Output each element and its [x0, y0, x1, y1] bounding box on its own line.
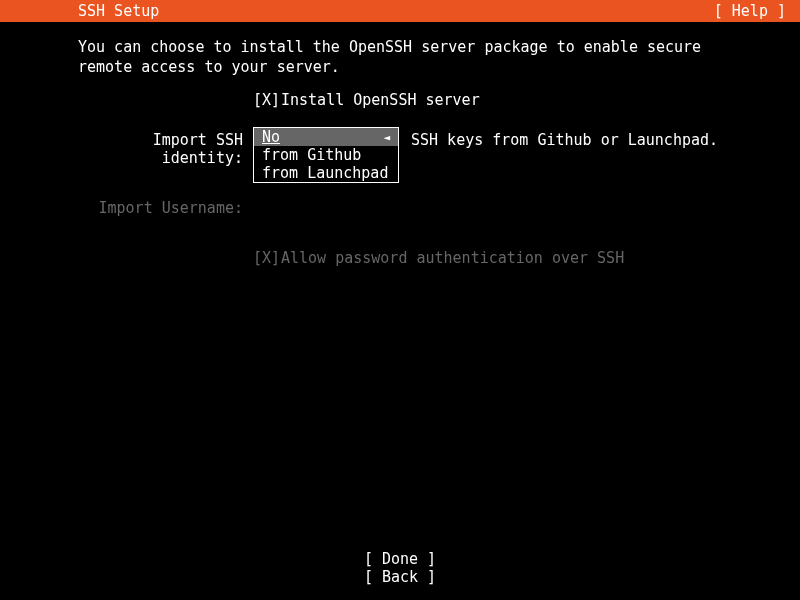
description-text: You can choose to install the OpenSSH se…: [78, 38, 722, 77]
dropdown-arrow-icon: ◄: [383, 131, 390, 144]
install-openssh-label: Install OpenSSH server: [281, 91, 480, 109]
help-button[interactable]: [ Help ]: [714, 2, 786, 20]
allow-password-row: [X] Allow password authentication over S…: [78, 249, 722, 267]
page-title: SSH Setup: [78, 2, 159, 20]
import-identity-hint: SSH keys from Github or Launchpad.: [411, 131, 718, 149]
dropdown-menu: No ◄ from Github from Launchpad: [253, 127, 399, 183]
install-openssh-row: [X] Install OpenSSH server: [78, 91, 722, 109]
done-button[interactable]: [ Done ]: [0, 550, 800, 568]
footer-buttons: [ Done ] [ Back ]: [0, 550, 800, 586]
header-bar: SSH Setup [ Help ]: [0, 0, 800, 22]
install-openssh-checkbox[interactable]: [X]: [253, 91, 281, 109]
main-content: You can choose to install the OpenSSH se…: [0, 22, 800, 267]
allow-password-checkbox[interactable]: [X]: [253, 249, 281, 267]
allow-password-label: Allow password authentication over SSH: [281, 249, 624, 267]
import-identity-label: Import SSH identity:: [78, 131, 253, 167]
dropdown-option-github[interactable]: from Github: [254, 146, 398, 164]
dropdown-option-no-text: No: [262, 128, 280, 146]
import-username-label: Import Username:: [78, 199, 253, 217]
import-username-row: Import Username:: [78, 199, 722, 217]
import-identity-row: Import SSH identity: No ◄ from Github fr…: [78, 131, 722, 167]
dropdown-option-launchpad[interactable]: from Launchpad: [254, 164, 398, 182]
dropdown-option-no[interactable]: No ◄: [254, 128, 398, 146]
back-button[interactable]: [ Back ]: [0, 568, 800, 586]
